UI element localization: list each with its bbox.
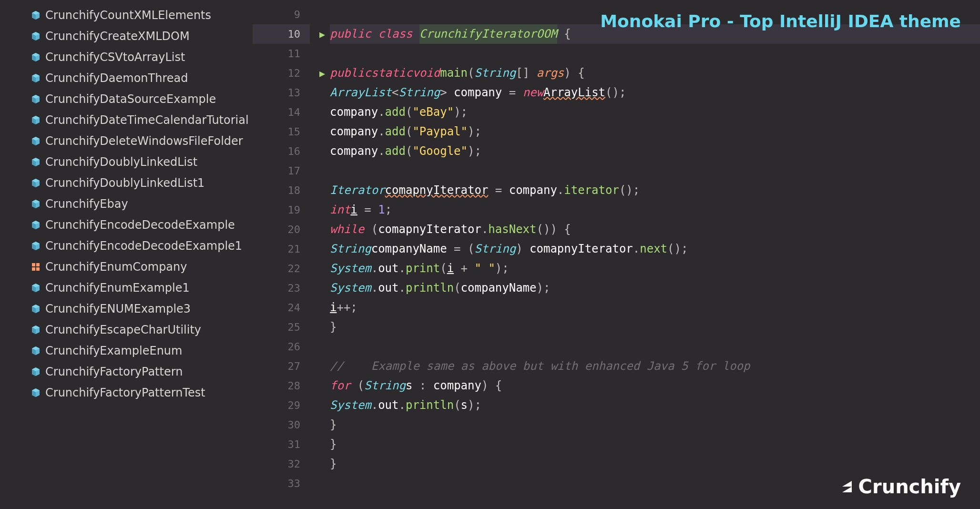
code-line[interactable]: int i = 1;	[330, 200, 980, 220]
svg-rect-0	[32, 263, 35, 266]
gutter-line[interactable]: 24	[253, 298, 310, 317]
file-item[interactable]: CrunchifyDoublyLinkedList	[0, 152, 253, 173]
punct: (	[468, 63, 474, 83]
punct: .	[557, 181, 564, 200]
gutter-line[interactable]: 18	[253, 181, 310, 200]
file-item[interactable]: CrunchifyEscapeCharUtility	[0, 319, 253, 340]
file-item[interactable]: CrunchifyCSVtoArrayList	[0, 47, 253, 68]
gutter-line[interactable]: 22	[253, 259, 310, 278]
file-item[interactable]: CrunchifyENUMExample3	[0, 298, 253, 319]
run-gutter-icon[interactable]: ▶	[319, 29, 325, 40]
gutter-line[interactable]: 32	[253, 454, 310, 474]
code-line[interactable]: ArrayList<String> company = new ArrayLis…	[330, 83, 980, 102]
file-item[interactable]: CrunchifyDataSourceExample	[0, 89, 253, 110]
code-line[interactable]: System.out.println(companyName);	[330, 278, 980, 298]
code-area[interactable]: public class CrunchifyIteratorOOM { publ…	[310, 0, 980, 509]
class-icon	[31, 73, 41, 83]
punct: .	[399, 259, 406, 278]
ident: s	[461, 396, 468, 415]
ident: i	[447, 259, 454, 278]
code-line[interactable]: while (comapnyIterator.hasNext()) {	[330, 220, 980, 239]
file-item[interactable]: CrunchifyEncodeDecodeExample1	[0, 235, 253, 256]
gutter-line[interactable]: 31	[253, 435, 310, 454]
method: hasNext	[488, 220, 536, 239]
svg-rect-1	[36, 263, 40, 266]
type: String	[474, 239, 516, 259]
file-item[interactable]: CrunchifyDateTimeCalendarTutorial	[0, 110, 253, 131]
gutter-line[interactable]: 19	[253, 200, 310, 220]
gutter-line[interactable]: 27	[253, 356, 310, 376]
punct: .	[378, 102, 385, 122]
gutter-line[interactable]: 25	[253, 317, 310, 337]
file-item[interactable]: CrunchifyEnumExample1	[0, 277, 253, 298]
gutter-line[interactable]: 13	[253, 83, 310, 102]
code-line[interactable]: Iterator comapnyIterator = company.itera…	[330, 181, 980, 200]
code-line[interactable]: System.out.print(i + " ");	[330, 259, 980, 278]
run-gutter-icon[interactable]: ▶	[319, 68, 325, 79]
code-line[interactable]	[330, 161, 980, 181]
class-icon	[31, 94, 41, 104]
code-line[interactable]: System.out.println(s);	[330, 396, 980, 415]
file-item[interactable]: CrunchifyCountXMLElements	[0, 5, 253, 26]
file-item[interactable]: CrunchifyDeleteWindowsFileFolder	[0, 131, 253, 152]
gutter-line[interactable]: 9	[253, 5, 310, 24]
gutter-line[interactable]: 29	[253, 396, 310, 415]
gutter-line[interactable]: 30	[253, 415, 310, 435]
code-line[interactable]: i++;	[330, 298, 980, 317]
punct: =	[357, 200, 378, 220]
punct: .	[633, 239, 640, 259]
gutter-line[interactable]: 33	[253, 474, 310, 493]
punct: ()) {	[537, 220, 571, 239]
punct: (	[406, 122, 412, 142]
code-line[interactable]: }	[330, 435, 980, 454]
punct: }	[330, 415, 337, 435]
gutter-line[interactable]: 16	[253, 142, 310, 161]
code-line[interactable]: String companyName = (String) comapnyIte…	[330, 239, 980, 259]
gutter-line[interactable]: 28	[253, 376, 310, 396]
code-line[interactable]: public static void main(String[] args) {	[330, 63, 980, 83]
file-item[interactable]: CrunchifyEnumCompany	[0, 256, 253, 277]
code-line[interactable]	[330, 44, 980, 63]
file-item[interactable]: CrunchifyEbay	[0, 193, 253, 214]
ident: company	[330, 142, 378, 161]
code-line[interactable]: // Example same as above but with enhanc…	[330, 356, 980, 376]
file-item[interactable]: CrunchifyExampleEnum	[0, 340, 253, 361]
gutter-line[interactable]: 23	[253, 278, 310, 298]
file-item[interactable]: CrunchifyFactoryPatternTest	[0, 382, 253, 403]
punct: .	[378, 142, 385, 161]
enum-icon	[31, 262, 41, 272]
code-line[interactable]: company.add("Google");	[330, 142, 980, 161]
string: " "	[474, 259, 495, 278]
code-line[interactable]: }	[330, 454, 980, 474]
file-item[interactable]: CrunchifyDaemonThread	[0, 68, 253, 89]
file-item[interactable]: CrunchifyFactoryPattern	[0, 361, 253, 382]
number: 1	[378, 200, 385, 220]
punct: ();	[605, 83, 626, 102]
punct: (	[350, 376, 364, 396]
gutter-line[interactable]: 14	[253, 102, 310, 122]
file-item[interactable]: CrunchifyCreateXMLDOM	[0, 26, 253, 47]
gutter-line[interactable]: 17	[253, 161, 310, 181]
code-line[interactable]	[330, 337, 980, 356]
gutter-line[interactable]: 12▶	[253, 63, 310, 83]
code-line[interactable]: }	[330, 415, 980, 435]
gutter-line[interactable]: 26	[253, 337, 310, 356]
gutter-line[interactable]: 21	[253, 239, 310, 259]
gutter-line[interactable]: 10▶	[253, 24, 310, 44]
punct: {	[557, 24, 571, 44]
file-item[interactable]: CrunchifyDoublyLinkedList1	[0, 173, 253, 193]
punct: =	[502, 83, 522, 102]
punct: );	[468, 122, 481, 142]
punct: )	[516, 239, 530, 259]
file-item[interactable]: CrunchifyEncodeDecodeExample	[0, 214, 253, 235]
gutter-line[interactable]: 11	[253, 44, 310, 63]
code-line[interactable]: for (String s : company) {	[330, 376, 980, 396]
file-name: CrunchifyEncodeDecodeExample1	[45, 239, 242, 253]
gutter-line[interactable]: 15	[253, 122, 310, 142]
code-line[interactable]: company.add("Paypal");	[330, 122, 980, 142]
ident: comapnyIterator	[378, 220, 481, 239]
code-line[interactable]: company.add("eBay");	[330, 102, 980, 122]
keyword: int	[330, 200, 350, 220]
code-line[interactable]: }	[330, 317, 980, 337]
gutter-line[interactable]: 20	[253, 220, 310, 239]
